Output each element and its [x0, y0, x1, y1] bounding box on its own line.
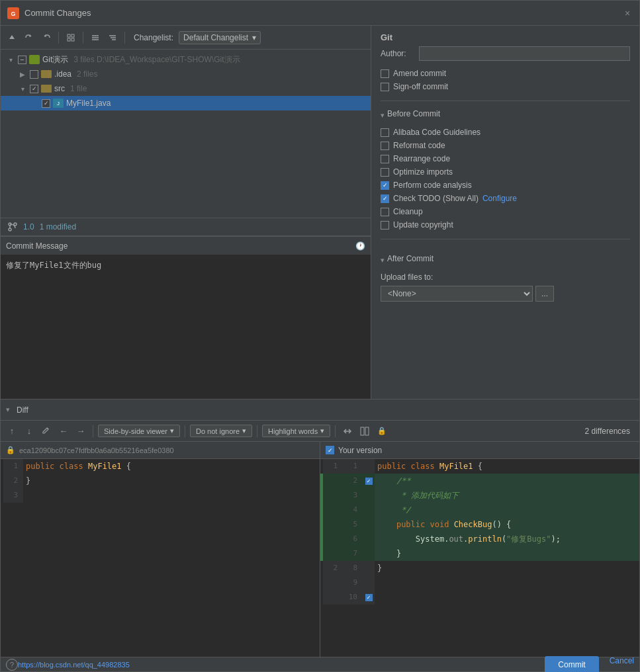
commit-message-clock-icon[interactable]: 🕐	[355, 241, 365, 251]
right-line-num-7b: 7	[343, 546, 363, 561]
diff-sep-1	[93, 425, 93, 437]
toolbar-expand-btn[interactable]	[105, 30, 120, 45]
help-button[interactable]: ?	[6, 659, 18, 671]
toolbar-group-btn[interactable]	[64, 30, 78, 45]
toolbar-redo-btn[interactable]	[39, 30, 54, 45]
right-panel: Git Author: Amend commit Sign-off commit…	[371, 26, 639, 399]
optimize-checkbox[interactable]	[381, 168, 389, 177]
before-commit-divider	[381, 101, 630, 101]
diff-right-checkbox[interactable]: ✓	[326, 446, 334, 454]
right-line-content-2: /**	[375, 474, 639, 488]
window-title: Commit Changes	[24, 8, 622, 18]
diff-up-btn[interactable]: ↑	[5, 424, 19, 439]
viewer-dropdown[interactable]: Side-by-side viewer ▾	[98, 425, 180, 437]
right-line-num-3	[323, 488, 343, 503]
amend-commit-checkbox[interactable]	[381, 69, 389, 78]
diff-right-line-3: 3 * 添加代码如下	[320, 488, 639, 503]
right-line-num-6	[323, 532, 343, 546]
diff-back-btn[interactable]: ←	[56, 424, 71, 439]
toolbar-collapse-btn[interactable]	[88, 30, 103, 45]
sign-off-checkbox[interactable]	[381, 83, 389, 91]
differences-count: 2 differences	[585, 427, 636, 436]
diff-collapse-arrow[interactable]: ▾	[6, 405, 10, 414]
highlight-dropdown[interactable]: Highlight words ▾	[262, 425, 330, 437]
right-line-check-10[interactable]: ✓	[363, 590, 375, 605]
changelist-dropdown[interactable]: Default Changelist ▾	[179, 31, 261, 44]
right-line-num-4b: 4	[343, 503, 363, 517]
git-folder-icon	[29, 55, 40, 64]
file-tree: ▾ Git演示 3 files D:\IDEA_Workspace\GIT-SH…	[1, 50, 371, 218]
branch-icon	[7, 222, 18, 232]
upload-more-btn[interactable]: ...	[535, 286, 554, 302]
diff-left: 🔒 eca12090bc07ce7fdfbb0a6a0b55216ea5fe03…	[1, 442, 320, 657]
diff-icon1[interactable]	[340, 424, 355, 439]
toolbar-undo-btn[interactable]	[22, 30, 36, 45]
diff-icon2[interactable]	[357, 424, 372, 439]
diff-down-btn[interactable]: ↓	[22, 424, 36, 439]
close-button[interactable]: ×	[622, 8, 633, 19]
title-bar: G Commit Changes ×	[1, 1, 639, 26]
right-line-check-2[interactable]: ✓	[363, 474, 375, 488]
tree-arrow-root: ▾	[6, 55, 15, 64]
line-content-3	[23, 488, 320, 503]
svg-rect-3	[71, 34, 74, 37]
java-file-icon: J	[53, 99, 64, 108]
toolbar-move-up-btn[interactable]	[5, 30, 19, 45]
tree-root-item[interactable]: ▾ Git演示 3 files D:\IDEA_Workspace\GIT-SH…	[1, 52, 371, 67]
cancel-link[interactable]: Cancel	[610, 656, 634, 673]
ignore-label: Do not ignore	[196, 427, 240, 435]
tree-checkbox-src[interactable]	[30, 85, 38, 93]
tree-checkbox-file[interactable]	[42, 99, 50, 108]
alibaba-checkbox[interactable]	[381, 128, 389, 137]
commit-message-input[interactable]: 修复了MyFile1文件的bug	[1, 255, 371, 399]
right-line-content-10	[375, 590, 639, 605]
tree-file-item[interactable]: J MyFile1.java	[1, 96, 371, 110]
src-folder-icon	[41, 85, 52, 93]
cleanup-checkbox[interactable]	[381, 208, 389, 216]
sign-off-label: Sign-off commit	[393, 82, 448, 91]
diff-edit-btn[interactable]	[39, 424, 54, 439]
diff-left-line-1: 1 public class MyFile1 {	[1, 459, 320, 474]
status-url[interactable]: https://blog.csdn.net/qq_44982835	[18, 661, 130, 669]
tree-checkbox-root[interactable]	[18, 56, 26, 64]
author-row: Author:	[381, 46, 630, 61]
author-input[interactable]	[419, 46, 630, 61]
upload-select[interactable]: <None>	[381, 286, 533, 302]
configure-link[interactable]: Configure	[482, 194, 517, 203]
update-copyright-row: Update copyright	[381, 220, 630, 230]
diff-header: ▾ Diff	[1, 399, 639, 421]
modified-count: 1 modified	[40, 222, 76, 231]
right-line-check-8	[363, 561, 375, 575]
tree-src-item[interactable]: ▾ src 1 file	[1, 81, 371, 96]
tree-idea-item[interactable]: ▶ .idea 2 files	[1, 67, 371, 81]
update-copyright-checkbox[interactable]	[381, 221, 389, 230]
check-todo-checkbox[interactable]	[381, 194, 389, 203]
bottom-actions: Commit Cancel	[545, 656, 634, 673]
ignore-dropdown[interactable]: Do not ignore ▾	[190, 425, 252, 437]
diff-sep-3	[257, 425, 257, 437]
right-line-num-6b: 6	[343, 532, 363, 546]
viewer-arrow: ▾	[170, 427, 174, 435]
rearrange-row: Rearrange code	[381, 154, 630, 163]
right-line-num-2b: 2	[343, 474, 363, 488]
tree-checkbox-idea[interactable]	[30, 70, 38, 79]
perform-analysis-checkbox[interactable]	[381, 181, 389, 190]
upload-label: Upload files to:	[381, 273, 630, 282]
diff-forward-btn[interactable]: →	[73, 424, 88, 439]
before-commit-arrow[interactable]: ▾	[381, 111, 385, 120]
rearrange-checkbox[interactable]	[381, 155, 389, 163]
diff-lock-icon[interactable]: 🔒	[375, 424, 389, 439]
diff-right-line-9: 9	[320, 575, 639, 590]
diff-title: Diff	[17, 405, 28, 415]
reformat-checkbox[interactable]	[381, 142, 389, 150]
commit-button[interactable]: Commit	[545, 656, 598, 673]
right-line-num-10b: 10	[343, 590, 363, 605]
svg-line-16	[47, 428, 48, 429]
before-commit-header: ▾ Before Commit	[381, 106, 630, 124]
right-line-num-1b: 1	[343, 459, 363, 474]
right-line-num-9	[323, 575, 343, 590]
diff-panel: ▾ Diff ↑ ↓ ← → Side-by-side viewer ▾ Do …	[1, 399, 639, 657]
right-line-content-6: System.out.println("修复Bugs");	[375, 532, 639, 546]
diff-right: ✓ Your version 1 1 public class MyFile1 …	[320, 442, 639, 657]
after-commit-arrow[interactable]: ▾	[381, 256, 385, 265]
